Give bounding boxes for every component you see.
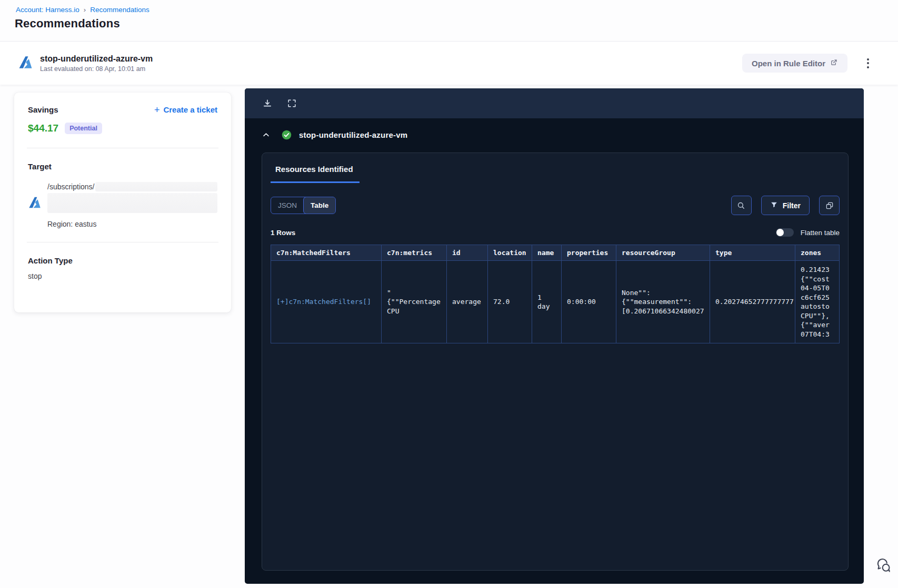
open-rule-editor-button[interactable]: Open in Rule Editor [742,54,847,73]
azure-icon [28,202,42,211]
plus-icon: + [154,106,160,114]
flatten-table-label: Flatten table [801,229,840,237]
open-rule-editor-label: Open in Rule Editor [752,59,825,68]
copy-icon[interactable] [819,196,840,215]
panel-toolbar [245,88,864,118]
more-options-icon[interactable] [859,54,877,72]
breadcrumb-recommendations-link[interactable]: Recommendations [90,6,149,14]
action-type-value: stop [28,272,217,280]
recommendation-header: stop-underutilized-azure-vm Last evaluat… [0,41,898,85]
column-header: name [532,245,562,261]
column-header: c7n:MatchedFilters [271,245,382,261]
table-cell: average [447,261,488,343]
rows-count: 1 Rows [271,229,295,237]
filter-label: Filter [783,201,801,210]
create-ticket-label: Create a ticket [163,105,217,114]
table-cell: " {""Percentage CPU [382,261,447,343]
redacted-text [95,182,217,191]
check-circle-icon [281,129,292,140]
column-header: c7n:metrics [382,245,447,261]
column-header: type [710,245,795,261]
panel-rule-name: stop-underutilized-azure-vm [299,130,407,139]
table-cell: 72.0 [488,261,532,343]
breadcrumb-account-link[interactable]: Account: Harness.io [16,6,79,14]
rule-name: stop-underutilized-azure-vm [40,54,153,64]
resources-table: c7n:MatchedFilters c7n:metrics id locati… [271,245,840,343]
target-region: Region: eastus [47,220,217,228]
create-ticket-button[interactable]: + Create a ticket [154,105,217,114]
resources-card: Resources Identified JSON Table Filter [262,153,849,571]
page-title: Recommendations [15,17,120,31]
potential-badge: Potential [65,123,102,134]
matched-filters-expand-link[interactable]: [+]c7n:MatchedFilters[] [276,298,371,306]
action-type-label: Action Type [28,256,73,265]
table-cell: 0:00:00 [562,261,616,343]
savings-amount: $44.17 [28,123,58,134]
table-cell: 0.20274652777777777 [710,261,795,343]
breadcrumb: Account: Harness.io › Recommendations [16,6,149,14]
target-path: /subscriptions/ [47,183,94,191]
table-cell: 1 day [532,261,562,343]
tab-resources-identified[interactable]: Resources Identified [271,165,360,183]
fullscreen-icon[interactable] [287,98,297,108]
download-icon[interactable] [262,98,273,109]
external-link-icon [830,58,838,68]
column-header: location [488,245,532,261]
column-header: resourceGroup [616,245,710,261]
chevron-up-icon[interactable] [262,131,270,139]
table-cell: None"": {""measurement"": [0.20671066342… [616,261,710,343]
view-json-button[interactable]: JSON [271,197,304,214]
table-header-row: c7n:MatchedFilters c7n:metrics id locati… [271,245,840,261]
flatten-table-toggle[interactable] [776,228,794,237]
redacted-text [47,193,217,213]
search-icon[interactable] [731,196,752,215]
recommendation-details-card: Savings + Create a ticket $44.17 Potenti… [14,93,231,312]
evaluation-results-panel: stop-underutilized-azure-vm Resources Id… [245,88,864,584]
view-mode-toggle: JSON Table [271,197,336,214]
column-header: id [447,245,488,261]
table-row: [+]c7n:MatchedFilters[] " {""Percentage … [271,261,840,343]
column-header: properties [562,245,616,261]
filter-icon [770,201,778,210]
breadcrumb-separator: › [84,6,86,14]
table-cell: 0.21423 {""cost 04-05T0 c6cf625 autosto … [795,261,840,343]
filter-button[interactable]: Filter [761,196,810,215]
view-table-button[interactable]: Table [303,197,336,214]
target-label: Target [28,162,52,171]
savings-label: Savings [28,105,58,114]
last-evaluated-text: Last evaluated on: 08 Apr, 10:01 am [40,65,153,73]
azure-icon [18,55,33,72]
chat-icon[interactable] [874,556,892,576]
column-header: zones [795,245,840,261]
